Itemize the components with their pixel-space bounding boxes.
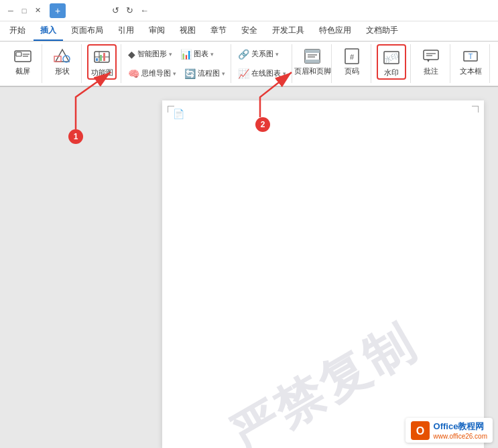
window-controls: ─ □ ✕ <box>5 5 43 16</box>
group-smart-diagrams: ◆ 智能图形 ▾ 📊 图表 ▾ 🧠 思维导图 ▾ 🔄 流程图 ▾ <box>123 44 231 83</box>
shapes-icon <box>52 46 73 67</box>
group-relation-online: 🔗 关系图 ▾ 📈 在线图表 ▾ <box>233 44 292 83</box>
bottom-logo: O Office教程网 www.office26.com <box>406 418 493 443</box>
relation-button[interactable]: 🔗 关系图 ▾ <box>235 48 282 61</box>
arttext-button[interactable]: A 艺术字 <box>495 44 498 77</box>
textbox-button[interactable]: T 文本框 <box>456 44 485 77</box>
textbox-icon: T <box>460 46 481 67</box>
tab-review[interactable]: 审阅 <box>142 21 172 41</box>
tab-dochelper[interactable]: 文档助手 <box>359 21 405 41</box>
watermark-icon: 水印 <box>381 47 402 68</box>
relation-icon: 🔗 <box>238 49 249 60</box>
group-watermark: 水印 水印 <box>373 44 411 83</box>
mindmap-label: 思维导图 <box>141 68 171 78</box>
mindmap-icon: 🧠 <box>128 68 139 79</box>
funcimage-button[interactable]: 功能图 <box>87 44 117 80</box>
ribbon-tab-bar: 开始 插入 页面布局 引用 审阅 视图 章节 安全 开发工具 特色应用 文档助手 <box>0 21 498 42</box>
online-chart-label: 在线图表 <box>251 68 281 78</box>
chart-button[interactable]: 📊 图表 ▾ <box>178 48 216 61</box>
watermark-label: 水印 <box>384 68 399 77</box>
group-arttext: A 艺术字 <box>491 44 498 83</box>
title-bar: ─ □ ✕ + ↺ ↻ ← <box>0 0 498 21</box>
document-page[interactable]: 📄 严禁复制 <box>162 100 484 448</box>
funcimage-icon <box>91 47 113 68</box>
tab-reference[interactable]: 引用 <box>111 21 141 41</box>
screenshot-icon <box>12 46 34 67</box>
pagenum-label: 页码 <box>345 67 359 76</box>
smart-shapes-label: 智能图形 <box>137 49 167 59</box>
svg-rect-1 <box>16 52 21 56</box>
corner-tr <box>472 106 479 113</box>
tab-view[interactable]: 视图 <box>173 21 202 41</box>
comment-icon <box>420 46 442 67</box>
office-logo-icon: O <box>411 421 430 440</box>
group-comment: 批注 <box>412 44 450 83</box>
svg-text:#: # <box>350 53 355 61</box>
flowchart-button[interactable]: 🔄 流程图 ▾ <box>182 67 228 80</box>
tab-chapter[interactable]: 章节 <box>204 21 233 41</box>
shapes-label: 形状 <box>55 67 70 76</box>
svg-rect-12 <box>103 53 105 61</box>
restore-icon[interactable]: □ <box>19 5 29 16</box>
watermark-button[interactable]: 水印 水印 <box>377 44 406 80</box>
svg-rect-15 <box>305 60 320 63</box>
document-area: 📄 严禁复制 <box>147 87 498 448</box>
group-header-footer: 页眉和页脚 <box>294 44 332 83</box>
group-textbox: T 文本框 <box>452 44 490 83</box>
svg-rect-11 <box>100 55 102 61</box>
shapes-button[interactable]: 形状 <box>48 44 77 77</box>
chart-label: 图表 <box>194 49 208 59</box>
online-chart-icon: 📈 <box>238 68 249 79</box>
comment-label: 批注 <box>424 67 438 76</box>
tab-features[interactable]: 特色应用 <box>312 21 358 41</box>
group-shapes: 形状 <box>44 44 82 83</box>
tab-layout[interactable]: 页面布局 <box>64 21 110 41</box>
doc-icon: 📄 <box>173 108 184 119</box>
step-badge-2: 2 <box>255 117 270 132</box>
svg-text:T: T <box>469 52 473 60</box>
chart-icon: 📊 <box>180 49 192 60</box>
comment-button[interactable]: 批注 <box>416 44 446 77</box>
logo-text: Office教程网 www.office26.com <box>434 421 487 440</box>
minimize-icon[interactable]: ─ <box>5 5 16 16</box>
online-chart-button[interactable]: 📈 在线图表 ▾ <box>235 67 289 80</box>
tab-insert[interactable]: 插入 <box>34 21 63 41</box>
group-screenshot: 截屏 <box>4 44 42 83</box>
new-tab-button[interactable]: + <box>50 3 66 18</box>
header-footer-icon <box>302 46 323 67</box>
svg-marker-25 <box>427 60 430 62</box>
header-footer-button[interactable]: 页眉和页脚 <box>298 44 327 77</box>
pagenum-icon: # <box>341 46 363 67</box>
pagenum-button[interactable]: # 页码 <box>337 44 367 77</box>
screenshot-button[interactable]: 截屏 <box>8 44 38 77</box>
funcimage-label: 功能图 <box>91 68 113 77</box>
svg-rect-22 <box>424 50 438 60</box>
tab-devtools[interactable]: 开发工具 <box>265 21 311 41</box>
logo-box[interactable]: O Office教程网 www.office26.com <box>406 418 493 443</box>
ribbon-toolbar: 截屏 形状 <box>0 42 498 87</box>
logo-name: Office教程网 <box>434 421 487 433</box>
svg-text:O: O <box>416 425 424 437</box>
flowchart-icon: 🔄 <box>184 68 196 79</box>
screenshot-label: 截屏 <box>15 67 30 76</box>
mindmap-button[interactable]: 🧠 思维导图 ▾ <box>125 67 179 80</box>
tab-security[interactable]: 安全 <box>235 21 264 41</box>
close-icon[interactable]: ✕ <box>32 5 43 16</box>
undo-button[interactable]: ↺ <box>110 4 121 17</box>
flowchart-label: 流程图 <box>198 68 220 78</box>
group-pagenum: # 页码 <box>333 44 371 83</box>
group-funcimage: 功能图 <box>83 44 121 83</box>
tab-start[interactable]: 开始 <box>3 21 32 41</box>
smart-shapes-button[interactable]: ◆ 智能图形 ▾ <box>125 48 175 61</box>
relation-label: 关系图 <box>251 49 273 59</box>
svg-rect-14 <box>305 50 320 53</box>
back-button[interactable]: ← <box>138 4 151 17</box>
redo-button[interactable]: ↻ <box>124 4 135 17</box>
svg-text:水印: 水印 <box>383 52 400 64</box>
textbox-label: 文本框 <box>460 67 482 76</box>
step-badge-1: 1 <box>68 129 83 144</box>
logo-url: www.office26.com <box>434 433 487 440</box>
quick-access-toolbar: ↺ ↻ ← <box>70 4 151 17</box>
smart-shapes-icon: ◆ <box>128 49 135 60</box>
watermark-text: 严禁复制 <box>219 310 427 448</box>
